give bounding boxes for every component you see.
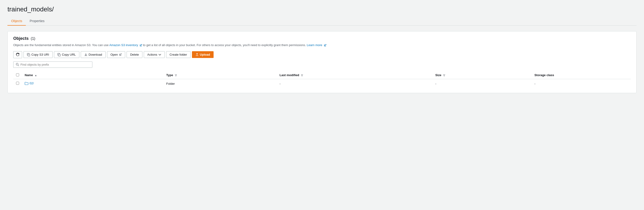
name-sort-asc-icon: ▲ [35,74,37,77]
objects-table: Name ▲ Type ▽ Last modified ▽ Size ▽ [13,72,631,88]
svg-line-3 [18,65,19,66]
row-checkbox-cell [13,79,22,88]
row-name-cell: 02/ [22,79,164,88]
external-link-icon [139,44,142,47]
open-external-icon [119,53,122,56]
refresh-button[interactable] [13,51,22,58]
row-type-cell: Folder [164,79,277,88]
size-sort-icon: ▽ [443,74,445,77]
tab-properties[interactable]: Properties [26,17,48,26]
search-box [13,62,92,68]
row-size-cell: - [432,79,532,88]
actions-chevron-icon [158,53,161,56]
tab-objects[interactable]: Objects [8,17,26,26]
table-row: 02/ Folder - - - [13,79,631,88]
row-checkbox[interactable] [16,82,19,85]
copy-s3-uri-button[interactable]: Copy S3 URI [24,51,52,58]
upload-button[interactable]: Upload [192,51,214,58]
select-all-checkbox[interactable] [16,73,19,76]
inventory-link[interactable]: Amazon S3 inventory [109,43,138,47]
folder-link[interactable]: 02/ [25,82,34,85]
download-icon [84,53,88,56]
open-button[interactable]: Open [107,51,126,58]
row-modified-cell: - [277,79,432,88]
col-header-last-modified[interactable]: Last modified ▽ [277,72,432,79]
table-header-row: Name ▲ Type ▽ Last modified ▽ Size ▽ [13,72,631,79]
actions-button[interactable]: Actions [144,51,165,58]
content-card: Objects (1) Objects are the fundamental … [8,31,636,93]
copy-url-icon [58,53,61,56]
row-storage-class-cell: - [532,79,631,88]
refresh-icon [16,53,20,57]
copy-url-button[interactable]: Copy URL [54,51,79,58]
download-button[interactable]: Download [81,51,106,58]
copy-icon [27,53,30,56]
section-heading: Objects (1) [13,36,631,41]
type-sort-icon: ▽ [175,74,177,77]
folder-icon [25,82,28,85]
modified-sort-icon: ▽ [301,74,303,77]
delete-button[interactable]: Delete [126,51,142,58]
select-all-header [13,72,22,79]
section-description: Objects are the fundamental entities sto… [13,43,631,48]
page-wrapper: trained_models/ Objects Properties Objec… [0,0,644,99]
page-title: trained_models/ [8,6,636,13]
search-icon [16,63,19,66]
external-link-icon-2 [324,44,326,47]
col-header-name[interactable]: Name ▲ [22,72,164,79]
tabs-bar: Objects Properties [8,17,636,26]
create-folder-button[interactable]: Create folder [166,51,190,58]
upload-icon [196,53,199,56]
learn-more-link[interactable]: Learn more [307,43,322,47]
col-header-type[interactable]: Type ▽ [164,72,277,79]
toolbar: Copy S3 URI Copy URL Download Open [13,51,631,58]
search-input[interactable] [20,63,90,66]
svg-rect-1 [58,54,60,56]
col-header-storage-class: Storage class [532,72,631,79]
col-header-size[interactable]: Size ▽ [432,72,532,79]
svg-rect-0 [28,54,30,56]
